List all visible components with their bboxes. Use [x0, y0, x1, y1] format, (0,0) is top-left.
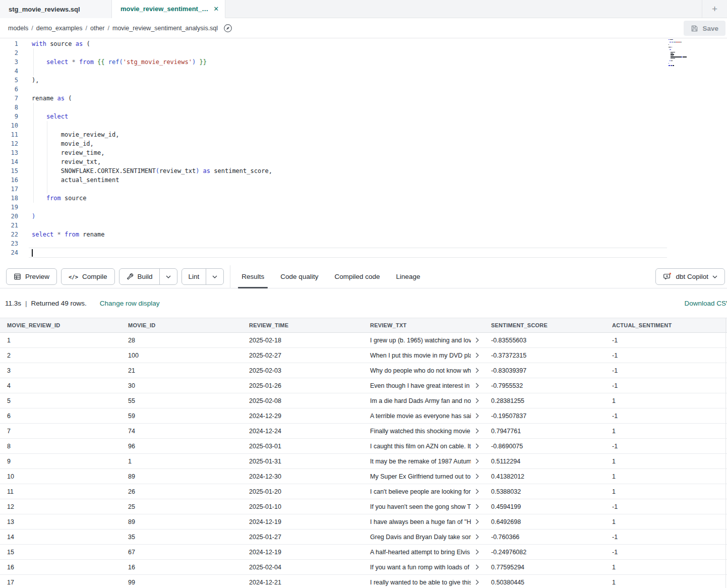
review-text: I grew up (b. 1965) watching and lovin…: [370, 337, 471, 344]
build-split-button: Build: [119, 268, 177, 285]
review-text: My Super Ex Girlfriend turned out to b…: [370, 473, 471, 480]
cell-movie_id: 25: [121, 503, 242, 510]
minimap-line: [671, 52, 675, 52]
code-line[interactable]: review_time,: [29, 148, 667, 157]
line-number: 11: [0, 130, 18, 139]
cell-actual_sentiment: 1: [605, 564, 726, 571]
panel-tab-lineage[interactable]: Lineage: [388, 265, 428, 288]
cell-review_time: 2025-02-18: [242, 337, 363, 344]
cell-sentiment_score: 0.5388032: [484, 488, 605, 495]
panel-tab-code-quality[interactable]: Code quality: [272, 265, 326, 288]
expand-cell-icon[interactable]: [475, 458, 479, 464]
line-number: 3: [0, 57, 18, 67]
expand-cell-icon[interactable]: [475, 549, 479, 555]
tab-stg-movie-reviews[interactable]: stg_movie_reviews.sql: [0, 0, 112, 18]
code-line[interactable]: [29, 121, 667, 130]
code-line[interactable]: movie_review_id,: [29, 130, 667, 139]
compass-icon[interactable]: [223, 23, 233, 33]
expand-cell-icon[interactable]: [475, 337, 479, 343]
cell-review_txt: If you want a fun romp with loads of s…: [363, 564, 484, 571]
line-number: 2: [0, 48, 18, 57]
code-line[interactable]: select * from rename: [29, 230, 667, 239]
code-line[interactable]: [29, 48, 667, 57]
code-line[interactable]: [29, 239, 667, 248]
minimap-line: [670, 49, 671, 50]
cell-sentiment_score: 0.7947761: [484, 428, 605, 435]
code-line[interactable]: [29, 185, 667, 194]
lint-button[interactable]: Lint: [182, 269, 206, 284]
cell-movie_review_id: 15: [0, 549, 121, 556]
compile-button[interactable]: </> Compile: [61, 268, 115, 285]
preview-button[interactable]: Preview: [6, 268, 57, 285]
code-line[interactable]: ): [29, 212, 667, 221]
code-line[interactable]: select: [29, 112, 667, 121]
cell-movie_review_id: 16: [0, 564, 121, 571]
cell-review_time: 2025-01-31: [242, 458, 363, 465]
expand-cell-icon[interactable]: [475, 413, 479, 419]
copilot-chat-icon: [663, 272, 672, 281]
code-line[interactable]: [29, 85, 667, 94]
review-text: When I put this movie in my DVD playe…: [370, 352, 471, 359]
panel-tab-results[interactable]: Results: [233, 265, 272, 288]
code-line[interactable]: [29, 103, 667, 112]
table-row: 7742024-12-24Finally watched this shocki…: [0, 424, 727, 439]
code-line[interactable]: [29, 67, 667, 76]
expand-cell-icon[interactable]: [475, 504, 479, 509]
chevron-down-icon: [166, 275, 171, 278]
expand-cell-icon[interactable]: [475, 534, 479, 540]
table-edge-divider: [725, 318, 726, 588]
expand-cell-icon[interactable]: [475, 579, 479, 585]
expand-cell-icon[interactable]: [475, 398, 479, 403]
breadcrumb-part-models[interactable]: models: [8, 25, 28, 32]
expand-cell-icon[interactable]: [475, 352, 479, 358]
cell-movie_review_id: 7: [0, 428, 121, 435]
tab-label: movie_review_sentiment_…: [120, 5, 208, 13]
expand-cell-icon[interactable]: [475, 564, 479, 570]
expand-cell-icon[interactable]: [475, 428, 479, 434]
table-row: 10892024-12-30My Super Ex Girlfriend tur…: [0, 469, 727, 484]
close-tab-icon[interactable]: ✕: [208, 5, 219, 13]
build-button[interactable]: Build: [119, 269, 159, 284]
expand-cell-icon[interactable]: [475, 474, 479, 479]
breadcrumb-part-other[interactable]: other: [90, 25, 105, 32]
expand-cell-icon[interactable]: [475, 443, 479, 449]
download-csv-link[interactable]: Download CSV: [684, 300, 727, 307]
cell-actual_sentiment: -1: [605, 382, 726, 389]
code-line[interactable]: [29, 248, 667, 257]
code-line[interactable]: actual_sentiment: [29, 175, 667, 185]
table-row: 14352025-01-27Greg Davis and Bryan Daly …: [0, 530, 727, 545]
cell-review_time: 2024-12-19: [242, 518, 363, 525]
status-divider: |: [25, 300, 27, 307]
change-row-display-link[interactable]: Change row display: [100, 300, 160, 307]
code-line[interactable]: with source as (: [29, 39, 667, 48]
expand-cell-icon[interactable]: [475, 489, 479, 494]
code-line[interactable]: rename as (: [29, 94, 667, 103]
minimap[interactable]: [669, 39, 713, 71]
breadcrumb-part-demo-examples[interactable]: demo_examples: [36, 25, 83, 32]
review-text: Finally watched this shocking movie la…: [370, 428, 471, 435]
review-text: If you haven't seen the gong show TV s…: [370, 503, 471, 510]
save-button[interactable]: Save: [684, 21, 725, 36]
panel-tab-compiled-code[interactable]: Compiled code: [326, 265, 388, 288]
lint-dropdown-button[interactable]: [206, 269, 223, 284]
build-dropdown-button[interactable]: [159, 269, 177, 284]
new-tab-button[interactable]: +: [702, 0, 727, 18]
code-line[interactable]: from source: [29, 194, 667, 203]
code-line[interactable]: SNOWFLAKE.CORTEX.SENTIMENT(review_txt) a…: [29, 166, 667, 175]
code-line[interactable]: review_txt,: [29, 157, 667, 166]
tab-movie-review-sentiment[interactable]: movie_review_sentiment_… ✕: [112, 0, 225, 18]
code-line[interactable]: [29, 221, 667, 230]
code-line[interactable]: movie_id,: [29, 139, 667, 148]
code-editor[interactable]: 123456789101112131415161718192021222324 …: [0, 38, 727, 265]
code-line[interactable]: [29, 203, 667, 212]
code-line[interactable]: ),: [29, 76, 667, 85]
expand-cell-icon[interactable]: [475, 383, 479, 388]
code-line[interactable]: select * from {{ ref('stg_movie_reviews'…: [29, 57, 667, 67]
cell-sentiment_score: -0.24976082: [484, 549, 605, 556]
line-number: 17: [0, 185, 18, 194]
line-number: 14: [0, 157, 18, 166]
expand-cell-icon[interactable]: [475, 368, 479, 373]
cell-movie_review_id: 3: [0, 367, 121, 374]
expand-cell-icon[interactable]: [475, 519, 479, 524]
dbt-copilot-button[interactable]: dbt Copilot: [655, 268, 725, 285]
